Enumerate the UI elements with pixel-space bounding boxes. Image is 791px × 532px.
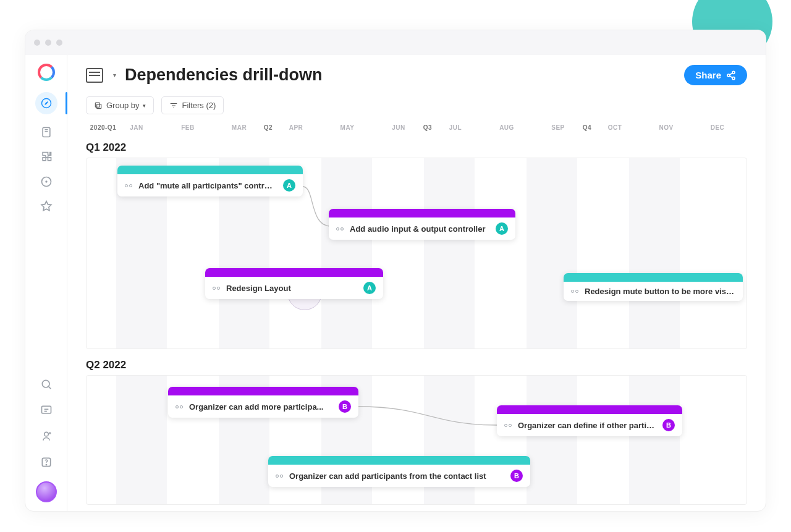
timeline-month: MAY [341, 124, 355, 131]
task-bar [168, 387, 358, 395]
task-card[interactable]: Redesign Layout A [205, 268, 383, 299]
status-icon [276, 475, 283, 478]
main-content: ▾ Dependencies drill-down Share Group by… [67, 55, 766, 511]
window-dot [45, 40, 51, 46]
page-header: ▾ Dependencies drill-down Share [86, 65, 766, 85]
status-icon [571, 290, 578, 293]
timeline-month: OCT [608, 124, 622, 131]
timeline-month: SEP [551, 124, 565, 131]
assignee-badge: B [510, 470, 523, 482]
task-card[interactable]: Organizer can add participants from the … [268, 456, 530, 487]
target-icon [40, 175, 53, 188]
chevron-down-icon[interactable]: ▾ [113, 72, 116, 78]
task-title: Organizer can define if other partici... [518, 421, 656, 430]
task-card[interactable]: Add audio input & output controller A [329, 209, 515, 240]
task-bar [329, 209, 515, 217]
svg-rect-12 [95, 103, 99, 107]
svg-point-4 [42, 380, 49, 387]
assignee-badge: B [339, 400, 351, 413]
timeline-quarter: Q4 [583, 124, 591, 131]
task-title: Redesign mute button to be more visible [585, 287, 735, 296]
timeline-month: FEB [181, 124, 195, 131]
task-title: Add "mute all participants" controller [138, 181, 277, 190]
task-title: Organizer can add participants from the … [289, 471, 504, 481]
svg-point-8 [46, 465, 46, 465]
group-by-button[interactable]: Group by ▾ [86, 96, 154, 114]
timeline-month: JUN [392, 124, 405, 131]
task-bar [564, 273, 743, 282]
filters-button[interactable]: Filters (2) [161, 96, 224, 114]
note-icon [40, 126, 53, 138]
sidebar [25, 55, 67, 511]
user-plus-icon [40, 430, 53, 442]
timeline-quarter: Q2 [264, 124, 273, 131]
task-card[interactable]: Add "mute all participants" controller A [117, 166, 303, 196]
sidebar-item-search[interactable] [40, 378, 53, 391]
sidebar-item-components[interactable] [40, 150, 53, 164]
section-q2-label: Q2 2022 [86, 359, 766, 371]
task-bar [268, 456, 530, 465]
svg-point-11 [732, 77, 735, 79]
svg-point-6 [44, 432, 48, 436]
share-button[interactable]: Share [684, 65, 747, 85]
task-bar [205, 268, 383, 277]
window-dot [56, 40, 62, 46]
toolbar: Group by ▾ Filters (2) [86, 96, 766, 114]
sidebar-item-chat[interactable] [40, 403, 53, 417]
layers-icon [94, 101, 103, 110]
compass-icon [41, 98, 52, 109]
task-title: Add audio input & output controller [350, 224, 489, 234]
sidebar-item-explore[interactable] [40, 175, 53, 188]
status-icon [213, 287, 220, 290]
svg-point-3 [46, 181, 47, 182]
status-icon [504, 424, 512, 427]
status-icon [125, 184, 132, 187]
svg-rect-13 [97, 104, 101, 108]
sidebar-item-notes[interactable] [40, 125, 53, 139]
timeline-year: 2020-Q1 [90, 124, 116, 131]
search-icon [40, 378, 53, 391]
filter-icon [169, 101, 178, 110]
gantt-q2[interactable]: Organizer can add more participa... B Or… [86, 375, 747, 505]
status-icon [336, 227, 344, 230]
sidebar-item-invite[interactable] [40, 429, 53, 443]
chevron-down-icon: ▾ [143, 103, 146, 109]
svg-point-10 [727, 74, 730, 77]
timeline-month: AUG [499, 124, 514, 131]
task-bar [497, 405, 682, 414]
window-dot [34, 40, 40, 46]
page-title: Dependencies drill-down [125, 65, 323, 85]
sidebar-item-roadmap[interactable] [35, 92, 57, 114]
share-label: Share [695, 70, 721, 80]
assignee-badge: A [496, 222, 508, 235]
task-card[interactable]: Redesign mute button to be more visible [564, 273, 743, 301]
timeline-month: MAR [232, 124, 247, 131]
group-by-label: Group by [106, 101, 139, 110]
timeline-month: NOV [659, 124, 673, 131]
help-icon [40, 456, 53, 468]
task-card[interactable]: Organizer can add more participa... B [168, 387, 358, 418]
section-q1-label: Q1 2022 [86, 141, 766, 154]
sidebar-item-favorites[interactable] [40, 200, 53, 213]
share-icon [726, 70, 736, 80]
task-card[interactable]: Organizer can define if other partici...… [497, 405, 682, 436]
task-bar [117, 166, 303, 174]
timeline-month: JAN [130, 124, 143, 131]
svg-point-9 [732, 71, 735, 74]
task-title: Organizer can add more participa... [189, 402, 332, 412]
assignee-badge: A [283, 179, 295, 192]
star-icon [40, 200, 53, 213]
assignee-badge: A [363, 282, 376, 294]
window-titlebar [25, 30, 766, 55]
gantt-q1[interactable]: Add "mute all participants" controller A… [86, 158, 747, 349]
puzzle-icon [40, 151, 53, 163]
sidebar-item-help[interactable] [40, 455, 53, 469]
assignee-badge: B [662, 419, 675, 431]
chat-icon [40, 404, 53, 416]
view-switcher-icon[interactable] [86, 68, 103, 83]
app-logo[interactable] [38, 64, 55, 81]
timeline-month: APR [289, 124, 303, 131]
avatar[interactable] [36, 481, 57, 502]
status-icon [176, 405, 183, 408]
filters-label: Filters (2) [182, 101, 216, 110]
